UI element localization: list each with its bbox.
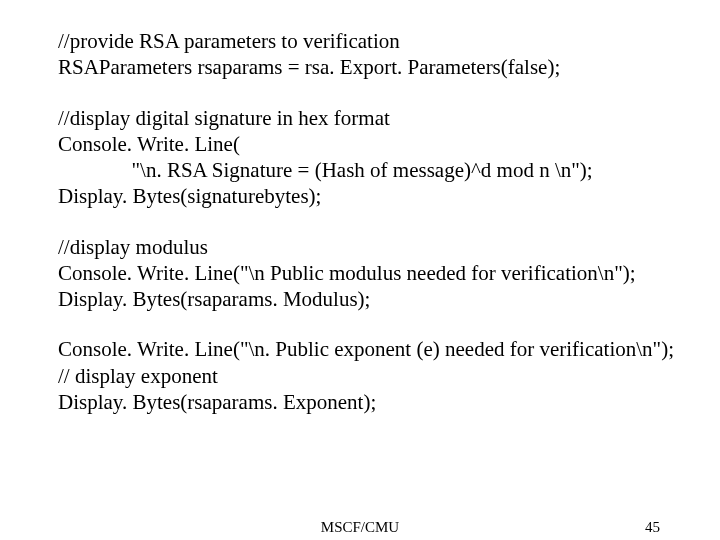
code-line: Display. Bytes(signaturebytes); bbox=[58, 183, 686, 209]
code-line: //display digital signature in hex forma… bbox=[58, 105, 686, 131]
footer-center: MSCF/CMU bbox=[0, 518, 720, 537]
blank-line bbox=[58, 210, 686, 234]
code-line: // display exponent bbox=[58, 363, 686, 389]
blank-line bbox=[58, 312, 686, 336]
code-line: Console. Write. Line( bbox=[58, 131, 686, 157]
code-line: RSAParameters rsaparams = rsa. Export. P… bbox=[58, 54, 686, 80]
code-line: Console. Write. Line("\n Public modulus … bbox=[58, 260, 686, 286]
footer-page-number: 45 bbox=[645, 518, 660, 537]
code-line: "\n. RSA Signature = (Hash of message)^d… bbox=[58, 157, 686, 183]
blank-line bbox=[58, 81, 686, 105]
code-line: Display. Bytes(rsaparams. Exponent); bbox=[58, 389, 686, 415]
slide: //provide RSA parameters to verification… bbox=[0, 0, 720, 540]
code-line: Console. Write. Line("\n. Public exponen… bbox=[58, 336, 686, 362]
code-line: //provide RSA parameters to verification bbox=[58, 28, 686, 54]
code-line: Display. Bytes(rsaparams. Modulus); bbox=[58, 286, 686, 312]
code-line: //display modulus bbox=[58, 234, 686, 260]
